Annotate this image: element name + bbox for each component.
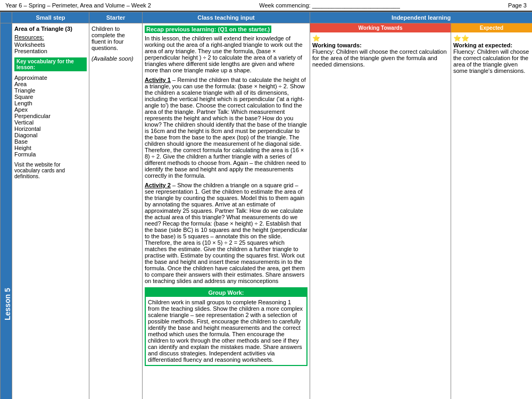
resource-presentation: Presentation — [14, 48, 87, 54]
working-title: Working towards: — [312, 42, 448, 48]
area-title: Area of a Triangle (3) — [14, 26, 87, 32]
expected-cell: Expected ⭐⭐ Working at expected: Fluency… — [451, 23, 533, 400]
header-center: Week commencing: _______________________… — [259, 2, 400, 9]
starter-text: Children to complete the fluent in four … — [92, 26, 140, 51]
col-header-small-step: Small step — [12, 12, 89, 23]
group-work-text: Children work in small groups to complet… — [148, 299, 304, 363]
working-stars: ⭐ — [312, 35, 448, 42]
resources-label: Resources: — [14, 34, 87, 40]
expected-stars: ⭐⭐ — [453, 35, 530, 42]
teaching-intro: In this lesson, the children will extend… — [145, 35, 307, 73]
starter-cell: Children to complete the fluent in four … — [89, 23, 143, 400]
working-towards-cell: Working Towards ⭐ Working towards: Fluen… — [310, 23, 451, 400]
activity2-text: – Show the children a triangle on a squa… — [145, 182, 307, 284]
recap-label: Recap previous learning: (Q1 on the star… — [145, 26, 271, 33]
group-work-box: Group Work: Children work in small group… — [145, 287, 307, 366]
page-header: Year 6 – Spring – Perimeter, Area and Vo… — [0, 0, 532, 12]
header-right: Page 3 — [508, 2, 527, 9]
working-towards-header: Working Towards — [310, 23, 451, 32]
activity2: Activity 2 – Show the children a triangl… — [145, 182, 307, 284]
vocab-label: Key vocabulary for the lesson: — [14, 57, 87, 71]
vocab-visit: Visit the website for vocabulary cards a… — [14, 162, 87, 179]
starter-available: (Available soon) — [92, 55, 140, 62]
col-header-class-teaching: Class teaching input — [143, 12, 310, 23]
working-text: Fluency: Children will choose the correc… — [312, 48, 448, 68]
col-header-starter: Starter — [89, 12, 143, 23]
col-header-independent: Independent learning — [310, 12, 533, 23]
activity1: Activity 1 – Remind the children that to… — [145, 77, 307, 179]
group-work-title: Group Work: — [146, 288, 306, 297]
activity2-label: Activity 2 — [145, 182, 171, 188]
small-step-cell: Area of a Triangle (3) Resources: Worksh… — [12, 23, 89, 400]
vocab-list: Approximate Area Triangle Square Length … — [14, 74, 87, 157]
class-teaching-cell: Recap previous learning: (Q1 on the star… — [143, 23, 310, 400]
activity1-label: Activity 1 — [145, 77, 171, 83]
header-left: Year 6 – Spring – Perimeter, Area and Vo… — [5, 2, 151, 9]
expected-header: Expected — [451, 23, 532, 32]
expected-title: Working at expected: — [453, 42, 530, 48]
expected-text: Fluency: Children will choose the correc… — [453, 48, 530, 74]
activity1-text: – Remind the children that to calculate … — [145, 77, 307, 179]
resource-worksheets: Worksheets — [14, 41, 87, 48]
lesson-number: Lesson 5 — [1, 23, 12, 400]
